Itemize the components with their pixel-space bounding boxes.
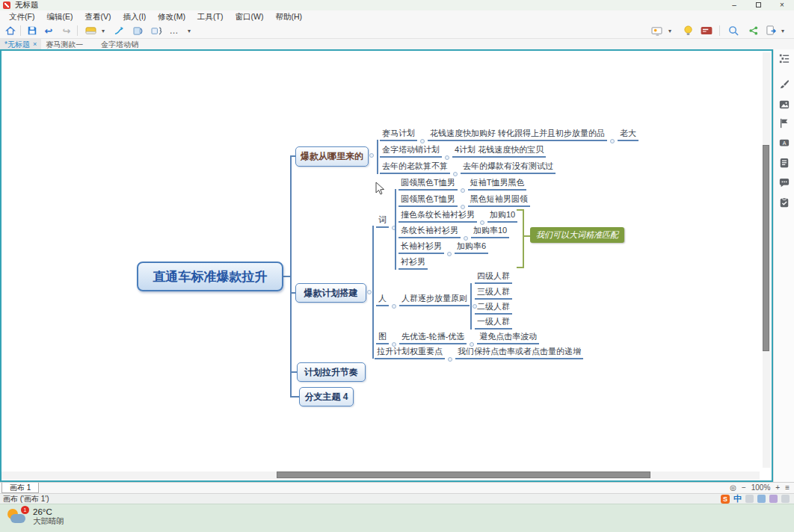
restore-button[interactable] xyxy=(746,0,770,10)
topic-row[interactable]: 一级人群 xyxy=(475,316,512,330)
topic-text[interactable]: 拉升计划权重要点 xyxy=(375,346,445,359)
topic-text[interactable]: 老大 xyxy=(618,128,638,141)
more-button[interactable]: … xyxy=(166,24,182,37)
topic-row[interactable]: 拉升计划权重要点 我们保持点击率或者点击量的递增 xyxy=(375,346,583,359)
export-button[interactable] xyxy=(764,24,778,37)
topic-where-hot-items-come-from[interactable]: 爆款从哪里来的 xyxy=(295,146,369,167)
tab-close-icon[interactable]: × xyxy=(33,40,37,49)
more-dropdown[interactable]: ▾ xyxy=(185,24,193,37)
topic-row[interactable]: 条纹长袖衬衫男 加购率10 xyxy=(398,225,509,238)
topic-text[interactable]: 三级人群 xyxy=(475,286,512,300)
mindmap-canvas[interactable]: 直通车标准爆款拉升 爆款从哪里来的 爆款计划搭建 计划拉升节奏 分支主题 4 赛… xyxy=(0,49,773,482)
weather-widget[interactable]: 1 26°C 大部晴朗 xyxy=(6,507,64,528)
topic-text[interactable]: 赛马计划 xyxy=(380,128,417,141)
topic-row[interactable]: 去年的老款算不算 去年的爆款有没有测试过 xyxy=(380,161,556,174)
topic-text[interactable]: 去年的爆款有没有测试过 xyxy=(461,161,556,174)
menu-modify[interactable]: 修改(M) xyxy=(152,10,191,22)
idea-button[interactable] xyxy=(681,24,695,37)
zoom-in-button[interactable]: + xyxy=(775,483,780,492)
topic-row[interactable]: 圆领黑色T恤男 黑色短袖男圆领 xyxy=(398,194,530,207)
ime-tool-icon[interactable] xyxy=(769,495,778,503)
topic-text[interactable]: 人群逐步放量原则 xyxy=(399,293,470,306)
ime-tool-icon[interactable] xyxy=(781,495,790,503)
save-button[interactable] xyxy=(25,24,39,37)
image-button[interactable] xyxy=(778,99,790,111)
topic-plan-lift-rhythm[interactable]: 计划拉升节奏 xyxy=(297,362,366,382)
topic-text[interactable]: 加购率6 xyxy=(455,241,488,254)
central-topic[interactable]: 直通车标准爆款拉升 xyxy=(137,262,283,291)
topic-row[interactable]: 人 人群逐步放量原则 xyxy=(376,293,480,306)
topic-text[interactable]: 人 xyxy=(376,293,389,306)
vertical-scrollbar-thumb[interactable] xyxy=(763,145,769,351)
menu-window[interactable]: 窗口(W) xyxy=(230,10,270,22)
topic-text[interactable]: 圆领黑色T恤男 xyxy=(398,194,458,207)
topic-text[interactable]: 去年的老款算不算 xyxy=(380,161,450,174)
task-button[interactable] xyxy=(778,197,790,208)
topic-text[interactable]: 条纹长袖衬衫男 xyxy=(398,225,461,238)
slideshow-button[interactable] xyxy=(700,24,713,37)
fit-view-button[interactable]: ≡ xyxy=(785,483,790,492)
topic-text[interactable]: 短袖T恤男黑色 xyxy=(468,177,527,191)
topic-text[interactable]: 圆领黑色T恤男 xyxy=(398,177,458,191)
topic-text[interactable]: 4计划 花钱速度快的宝贝 xyxy=(452,144,546,158)
comment-button[interactable] xyxy=(778,177,790,189)
topic-branch-4[interactable]: 分支主题 4 xyxy=(299,387,354,406)
tab-saima[interactable]: 赛马测款一 xyxy=(41,39,87,49)
horizontal-scrollbar-thumb[interactable] xyxy=(277,471,650,478)
topic-text[interactable]: 我们保持点击率或者点击量的递增 xyxy=(455,346,583,359)
topic-text[interactable]: 加购率10 xyxy=(471,225,509,238)
ime-tool-icon[interactable] xyxy=(757,495,766,503)
topic-text[interactable]: 避免点击率波动 xyxy=(477,331,539,344)
style-dropdown[interactable]: ▾ xyxy=(99,24,107,37)
topic-row[interactable]: 赛马计划 花钱速度快加购好 转化跟得上并且初步放量的品 老大 xyxy=(380,128,638,141)
topic-text[interactable]: 黑色短袖男圆领 xyxy=(468,194,530,207)
presentation-button[interactable] xyxy=(650,24,663,37)
style-button[interactable] xyxy=(84,24,97,37)
marker-button[interactable] xyxy=(778,117,790,129)
redo-button[interactable]: ↪ xyxy=(60,24,73,37)
menu-file[interactable]: 文件(F) xyxy=(3,10,40,22)
menu-view[interactable]: 查看(V) xyxy=(79,10,117,22)
topic-row[interactable]: 四级人群 xyxy=(475,270,512,284)
outline-button[interactable] xyxy=(778,52,790,64)
topic-text[interactable]: 先优选-轮播-优选 xyxy=(399,331,467,344)
home-button[interactable] xyxy=(4,24,17,37)
search-button[interactable] xyxy=(727,24,740,37)
topic-text[interactable]: 图 xyxy=(376,331,389,344)
topic-text[interactable]: 二级人群 xyxy=(475,301,512,315)
zoom-out-button[interactable]: − xyxy=(742,483,746,492)
sogou-icon[interactable]: S xyxy=(721,495,730,504)
target-icon[interactable]: ◎ xyxy=(730,483,736,492)
topic-text[interactable]: 衬衫男 xyxy=(398,256,428,270)
minimize-button[interactable]: – xyxy=(722,0,746,10)
topic-text[interactable]: 花钱速度快加购好 转化跟得上并且初步放量的品 xyxy=(428,128,607,141)
topic-hot-item-plan-build[interactable]: 爆款计划搭建 xyxy=(295,283,366,303)
label-button[interactable]: A xyxy=(778,137,790,149)
presentation-dropdown[interactable]: ▾ xyxy=(666,24,674,37)
topic-row[interactable]: 圆领黑色T恤男 短袖T恤男黑色 xyxy=(398,177,526,191)
menu-tools[interactable]: 工具(T) xyxy=(191,10,229,22)
topic-row[interactable]: 长袖衬衫男 加购率6 xyxy=(398,241,488,254)
share-button[interactable] xyxy=(747,24,760,37)
menu-insert[interactable]: 插入(I) xyxy=(117,10,152,22)
undo-button[interactable]: ↩ xyxy=(42,24,55,37)
menu-help[interactable]: 帮助(H) xyxy=(269,10,308,22)
horizontal-scrollbar[interactable] xyxy=(1,471,760,480)
ime-tool-icon[interactable] xyxy=(745,495,754,503)
topic-text[interactable]: 词 xyxy=(376,214,389,228)
sheet-tab-canvas1[interactable]: 画布 1 xyxy=(1,483,39,493)
ime-language-toggle[interactable]: 中 xyxy=(733,493,742,504)
topic-row[interactable]: 三级人群 xyxy=(475,286,512,300)
topic-text[interactable]: 四级人群 xyxy=(475,270,512,284)
topic-row[interactable]: 金字塔动销计划 4计划 花钱速度快的宝贝 xyxy=(380,144,546,158)
close-button[interactable]: × xyxy=(770,0,794,10)
topic-row[interactable]: 衬衫男 xyxy=(398,256,428,270)
relationship-button[interactable] xyxy=(112,24,126,37)
topic-text[interactable]: 撞色条纹长袖衬衫男 xyxy=(398,209,477,223)
summary-button[interactable] xyxy=(132,24,145,37)
boundary-button[interactable] xyxy=(150,24,163,37)
topic-text[interactable]: 加购10 xyxy=(487,209,517,223)
tab-untitled[interactable]: *无标题 × xyxy=(0,39,41,49)
export-dropdown[interactable]: ▾ xyxy=(779,24,787,37)
tab-jinzita[interactable]: 金字塔动销 xyxy=(96,39,143,49)
